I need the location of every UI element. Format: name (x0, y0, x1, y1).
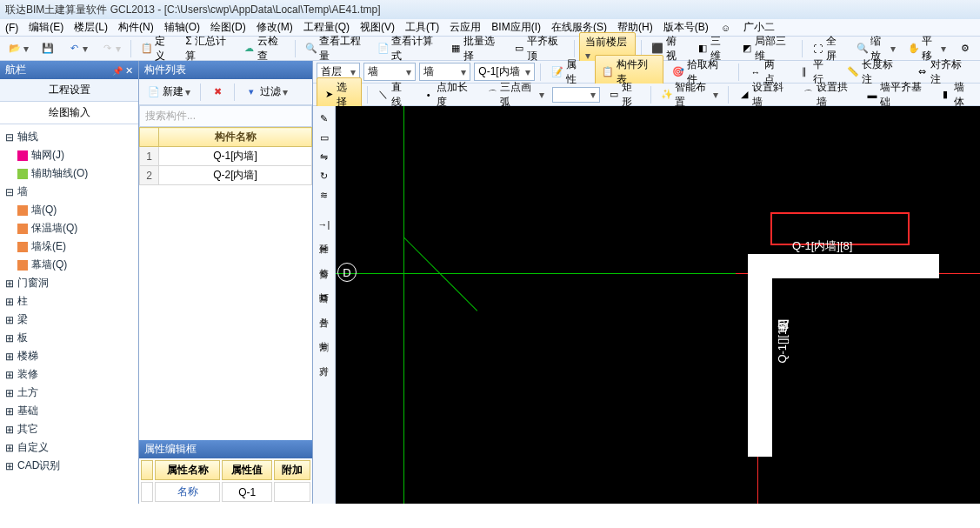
search-placeholder: 搜索构件... (145, 110, 196, 122)
zoom-icon: 🔍 (857, 42, 869, 56)
wall-label-horizontal: Q-1[内墙][8] (792, 238, 852, 254)
new-component-button[interactable]: 📄新建▾ (143, 82, 195, 102)
left-tool-strip: ✎ ▭ ⇋ ↻ ≋ →| 延伸 ✂ 修剪 ⎋ 打断 ⧉ 合并 ⑂ 分割 ≡ 对齐 (313, 106, 336, 504)
filter-button[interactable]: ▾过滤▾ (240, 82, 292, 102)
table-row[interactable]: 1Q-1[内墙] (140, 147, 312, 166)
open-button[interactable]: 📂▾ (3, 39, 33, 58)
plus-icon: ⊞ (5, 277, 14, 290)
col-name: 构件名称 (159, 128, 312, 147)
rect-icon: ▭ (608, 88, 620, 102)
search-icon: 🔍 (304, 42, 317, 56)
arc-option-dropdown[interactable]: ▾ (552, 87, 600, 103)
prop-name: 名称 (155, 482, 220, 502)
nav-header: 航栏 📌 ✕ (0, 61, 138, 79)
pin-icon[interactable]: 📌 (112, 66, 123, 76)
align-icon[interactable]: ≡ (317, 339, 331, 353)
viewqty-label: 查看工程量 (319, 34, 365, 63)
wall-icon (17, 205, 28, 216)
component-table: 构件名称 1Q-1[内墙] 2Q-2[内墙] (139, 127, 312, 185)
plus-icon: ⊞ (5, 387, 14, 399)
wall-body-icon: ▮ (939, 88, 951, 102)
property-row[interactable]: 名称 Q-1 (141, 482, 310, 502)
folder-open-icon: 📂 (8, 42, 22, 56)
menu-floor[interactable]: 楼层(L) (74, 20, 108, 35)
sum-label: Σ 汇总计算 (185, 34, 230, 63)
split-icon[interactable]: ⑂ (317, 315, 331, 329)
menu-edit[interactable]: 编辑(E) (29, 20, 63, 35)
select-rect-icon[interactable]: ▭ (317, 130, 331, 144)
property-table: 属性名称 属性值 附加 名称 Q-1 (139, 458, 312, 504)
tree-cad[interactable]: ⊞CAD识别 (2, 457, 137, 475)
chevron-down-icon: ▾ (525, 66, 530, 78)
redo-button[interactable]: ↷▾ (96, 39, 125, 58)
axis-label-d: D (337, 263, 357, 282)
save-icon: 💾 (41, 42, 55, 56)
app-title: 联达BIM土建算量软件 GCL2013 - [C:\Users\cwp\AppD… (5, 3, 380, 17)
flat-icon: ▭ (513, 42, 525, 56)
tree-door[interactable]: ⊞门窗洞 (2, 274, 137, 292)
prop-col-name: 属性名称 (155, 460, 220, 480)
component-name: Q-2[内墙] (159, 166, 312, 185)
cloud-icon: ☁ (243, 42, 256, 56)
break-icon[interactable]: ⎋ (317, 266, 331, 280)
close-icon[interactable]: ✕ (125, 65, 133, 76)
viewcalc-label: 查看计算式 (391, 34, 437, 63)
menu-file[interactable]: (F) (5, 22, 18, 34)
merge-icon[interactable]: ⧉ (317, 291, 331, 304)
tree-axis-net[interactable]: 轴网(J) (2, 146, 137, 164)
separator (234, 84, 235, 101)
brush-icon[interactable]: ✎ (317, 111, 331, 125)
tree-found[interactable]: ⊞基础 (2, 402, 137, 420)
undo-button[interactable]: ↶▾ (63, 39, 92, 58)
wall-horizontal[interactable] (748, 254, 939, 278)
extend-icon[interactable]: →| (317, 217, 331, 231)
drawing-canvas[interactable]: D Q-1[内墙][8] Q-1[内墙][10] (336, 106, 980, 504)
rotate-icon[interactable]: ↻ (317, 169, 331, 183)
chevron-down-icon: ▾ (590, 89, 596, 101)
axis-vertical (403, 106, 404, 504)
redo-icon: ↷ (100, 42, 114, 56)
plus-icon: ⊞ (5, 424, 14, 436)
minus-icon: ⊟ (5, 186, 14, 198)
tree-stair[interactable]: ⊞楼梯 (2, 347, 137, 365)
tree-wall-q[interactable]: 墙(Q) (2, 201, 137, 219)
search-input[interactable]: 搜索构件... (139, 105, 312, 127)
tree-axis[interactable]: ⊟轴线 (2, 128, 137, 146)
save-button[interactable]: 💾 (37, 39, 59, 58)
tree-beam[interactable]: ⊞梁 (2, 311, 137, 329)
table-row[interactable]: 2Q-2[内墙] (140, 166, 312, 185)
offset-icon[interactable]: ≋ (317, 188, 331, 202)
arch-icon: ⌒ (802, 88, 814, 102)
wall-ins-icon (17, 224, 28, 234)
wall-vertical[interactable] (748, 278, 772, 457)
tree-wall-curtain[interactable]: 幕墙(Q) (2, 256, 137, 274)
tree-slab[interactable]: ⊞板 (2, 329, 137, 347)
tree-wall-duo[interactable]: 墙垛(E) (2, 237, 137, 256)
cursor-icon: ➤ (323, 88, 335, 102)
prop-col-val: 属性值 (222, 460, 272, 480)
tree-deco[interactable]: ⊞装修 (2, 365, 137, 384)
tree-column[interactable]: ⊞柱 (2, 292, 137, 311)
chevron-down-icon: ▾ (406, 66, 411, 78)
nav-tab-setting[interactable]: 工程设置 (0, 79, 138, 102)
wall-label-vertical: Q-1[内墙][10] (775, 319, 790, 364)
plus-icon: ⊞ (5, 405, 14, 418)
tree-custom[interactable]: ⊞自定义 (2, 438, 137, 457)
plus-icon: ⊞ (5, 369, 14, 381)
tree-aux-axis[interactable]: 辅助轴线(O) (2, 164, 137, 183)
tree-earth[interactable]: ⊞土方 (2, 384, 137, 402)
mirror-icon[interactable]: ⇋ (317, 150, 331, 164)
tree-other[interactable]: ⊞其它 (2, 420, 137, 438)
canvas-draw-bar: ➤选择 ＼直线 •点加长度 ⌒三点画弧▾ ▾ ▭矩形 ✨智能布置▾ ◢设置斜墙 … (313, 84, 980, 106)
nav-tab-draw[interactable]: 绘图输入 (0, 102, 138, 124)
tree-wall[interactable]: ⊟墙 (2, 183, 137, 201)
complist-title: 构件列表 (144, 63, 186, 76)
delete-button[interactable]: ✖ (206, 83, 229, 102)
tree-wall-ins[interactable]: 保温墙(Q) (2, 219, 137, 237)
nav-title: 航栏 (5, 63, 26, 77)
list-icon: 📄 (377, 42, 390, 56)
funnel-icon: ▾ (244, 85, 258, 99)
nav-tree: ⊟轴线 轴网(J) 辅助轴线(O) ⊟墙 墙(Q) 保温墙(Q) 墙垛(E) 幕… (0, 124, 138, 504)
trim-icon[interactable]: ✂ (317, 242, 331, 256)
cube-icon: ◧ (697, 42, 709, 56)
